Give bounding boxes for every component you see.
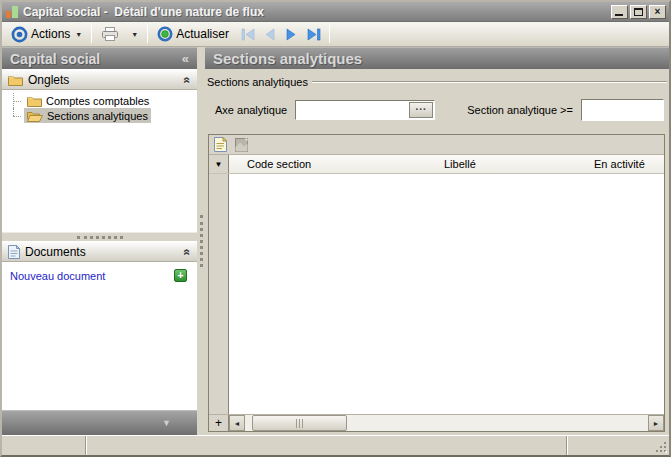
onglets-tree: Comptes comptables Sections analytiques [2, 90, 197, 232]
nav-previous-icon [263, 28, 276, 41]
grid-rows [229, 174, 664, 414]
resize-grip-icon[interactable] [655, 441, 667, 453]
section-analytique-input[interactable] [581, 99, 664, 121]
open-folder-icon [27, 110, 43, 122]
toolbar-separator [91, 25, 92, 43]
close-icon: × [655, 7, 661, 17]
nav-first-button[interactable] [237, 24, 259, 44]
print-caret-icon: ▼ [131, 31, 138, 38]
printer-icon [101, 27, 119, 42]
add-row-button[interactable]: + [209, 415, 229, 431]
column-header-code-section[interactable]: Code section [229, 155, 439, 173]
statusbar-panel-middle [86, 436, 567, 455]
nav-next-button[interactable] [281, 24, 303, 44]
actions-label: Actions [31, 27, 70, 41]
grid-disabled-document-button[interactable] [232, 136, 250, 153]
axe-analytique-label: Axe analytique [215, 104, 287, 116]
onglets-collapse-icon[interactable]: « [181, 76, 195, 83]
print-dropdown-button[interactable]: ▼ [124, 24, 143, 45]
toolbar-separator [329, 25, 330, 43]
statusbar [2, 435, 669, 455]
grid-footer: + ◄ ► [209, 414, 664, 431]
filter-form: Axe analytique ... Section analytique >= [215, 99, 664, 121]
groupbox-legend-text: Sections analytiques [207, 76, 312, 88]
actions-caret-icon: ▼ [75, 31, 82, 38]
add-document-button[interactable]: + [174, 269, 187, 282]
statusbar-panel-left [2, 436, 86, 455]
axe-browse-button[interactable]: ... [409, 102, 433, 118]
documents-label: Documents [25, 245, 184, 259]
document-icon [8, 245, 20, 259]
main-title: Sections analytiques [213, 50, 661, 67]
grid-new-document-button[interactable] [211, 136, 229, 153]
grid-header-row: ▼ Code section Libellé En activité [209, 155, 664, 174]
main-header: Sections analytiques [205, 47, 669, 69]
minimize-icon [615, 14, 623, 16]
disabled-document-icon [235, 138, 248, 152]
sidebar-header: Capital social « [2, 47, 197, 69]
grid-selector-header[interactable]: ▼ [209, 155, 229, 173]
main-panel: Sections analytiques Sections analytique… [205, 47, 669, 435]
refresh-button[interactable]: Actualiser [152, 24, 237, 45]
section-analytique-label: Section analytique >= [467, 104, 573, 116]
column-header-libelle[interactable]: Libellé [439, 155, 589, 173]
groupbox-border [312, 81, 667, 83]
nav-last-icon [306, 28, 322, 41]
sidebar-horizontal-splitter[interactable] [2, 232, 197, 241]
nav-first-icon [240, 28, 256, 41]
closed-folder-icon [27, 95, 42, 107]
onglets-groupbar[interactable]: Onglets « [2, 69, 197, 90]
content-area: Capital social « Onglets « [2, 47, 669, 435]
column-header-en-activite[interactable]: En activité [589, 155, 664, 173]
refresh-icon [157, 26, 173, 42]
nav-last-button[interactable] [303, 24, 325, 44]
grid-filter-icon[interactable]: ▼ [215, 160, 223, 169]
documents-area: Nouveau document + [2, 262, 197, 410]
minimize-button[interactable] [611, 5, 628, 19]
new-document-link[interactable]: Nouveau document [10, 270, 174, 282]
nav-next-icon [285, 28, 298, 41]
sections-grid: ▼ Code section Libellé En activité + ◄ [208, 134, 665, 432]
nav-previous-button[interactable] [259, 24, 281, 44]
scroll-left-button[interactable]: ◄ [229, 415, 245, 431]
sidebar-title: Capital social [10, 51, 182, 67]
maximize-button[interactable] [630, 5, 647, 19]
window-title: Capital social - Détail d'une nature de … [23, 5, 609, 19]
grid-body [209, 174, 664, 414]
toolbar-separator [147, 25, 148, 43]
grid-row-selector-column [209, 174, 229, 414]
tree-item-label: Sections analytiques [47, 110, 148, 122]
main-toolbar: Actions ▼ ▼ Actualiser [2, 22, 669, 47]
sidebar: Capital social « Onglets « [2, 47, 197, 435]
horizontal-scrollbar[interactable]: ◄ ► [229, 415, 664, 431]
target-icon [11, 26, 28, 43]
folder-icon [8, 74, 23, 86]
new-document-icon [214, 137, 227, 152]
print-button[interactable] [96, 24, 124, 45]
close-button[interactable]: × [649, 5, 666, 19]
refresh-label: Actualiser [176, 27, 229, 41]
sidebar-bottom-bar[interactable]: ▼ [2, 410, 197, 435]
sidebar-collapse-button[interactable]: « [182, 51, 189, 66]
scroll-right-button[interactable]: ► [648, 415, 664, 431]
tree-item-sections-analytiques[interactable]: Sections analytiques [2, 108, 197, 123]
app-icon [5, 5, 19, 18]
onglets-label: Onglets [28, 73, 184, 87]
titlebar[interactable]: Capital social - Détail d'une nature de … [2, 2, 669, 22]
groupbox-legend: Sections analytiques [207, 74, 667, 89]
scrollbar-track[interactable] [245, 415, 648, 431]
scrollbar-thumb[interactable] [252, 415, 347, 431]
documents-groupbar[interactable]: Documents « [2, 241, 197, 262]
tree-item-label: Comptes comptables [46, 95, 149, 107]
axe-analytique-field-wrap: ... [295, 100, 435, 120]
maximize-icon [634, 8, 643, 16]
documents-collapse-icon[interactable]: « [181, 248, 195, 255]
vertical-splitter[interactable] [197, 47, 205, 435]
actions-button[interactable]: Actions ▼ [6, 24, 87, 45]
grid-toolbar [209, 135, 664, 155]
panel-collapse-icon[interactable]: ▼ [162, 418, 171, 428]
statusbar-panel-right [567, 436, 669, 455]
app-window: Capital social - Détail d'une nature de … [0, 0, 671, 457]
tree-item-comptes-comptables[interactable]: Comptes comptables [2, 93, 197, 108]
